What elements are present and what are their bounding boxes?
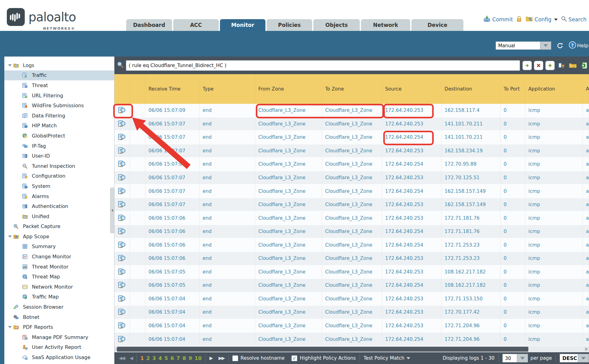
sidebar-item-user-activity-report[interactable]: User Activity Report: [4, 342, 114, 353]
cell-type[interactable]: end: [200, 131, 255, 144]
cell-receive-time[interactable]: 06/06 15:07:04: [145, 332, 200, 346]
cell-action[interactable]: a: [583, 144, 589, 158]
clear-filter-button[interactable]: [534, 61, 543, 70]
cell-type[interactable]: end: [200, 252, 255, 265]
cell-type[interactable]: end: [200, 265, 255, 279]
save-filter-icon[interactable]: [557, 61, 566, 70]
next-page-button[interactable]: [209, 355, 213, 361]
cell-from-zone[interactable]: Cloudflare_L3_Zone: [255, 104, 322, 117]
cell-action[interactable]: a: [583, 306, 589, 319]
cell-type[interactable]: end: [200, 171, 255, 184]
cell-from-zone[interactable]: Cloudflare_L3_Zone: [255, 211, 322, 225]
cell-destination[interactable]: 162.158.157.149: [441, 184, 501, 198]
cell-destination[interactable]: 108.162.217.182: [441, 279, 501, 292]
cell-application[interactable]: icmp: [525, 225, 583, 238]
column-header-to-port[interactable]: To Port: [501, 74, 525, 104]
cell-destination[interactable]: 172.71.153.150: [441, 292, 501, 306]
cell-action[interactable]: a: [583, 117, 589, 131]
tab-network[interactable]: Network: [361, 19, 410, 31]
cell-from-zone[interactable]: Cloudflare_L3_Zone: [255, 117, 322, 131]
tab-monitor[interactable]: Monitor: [220, 19, 265, 31]
cell-type[interactable]: end: [200, 279, 255, 292]
tab-dashboard[interactable]: Dashboard: [126, 19, 172, 31]
cell-from-zone[interactable]: Cloudflare_L3_Zone: [255, 319, 322, 332]
cell-receive-time[interactable]: 06/06 15:07:04: [145, 319, 200, 332]
cell-application[interactable]: icmp: [525, 332, 583, 346]
cell-type[interactable]: end: [200, 117, 255, 131]
cell-to-port[interactable]: 0: [501, 265, 525, 279]
cell-to-port[interactable]: 0: [501, 117, 525, 131]
cell-from-zone[interactable]: Cloudflare_L3_Zone: [255, 279, 322, 292]
cell-source[interactable]: 172.64.240.254: [382, 158, 441, 171]
cell-type[interactable]: end: [200, 332, 255, 346]
cell-type[interactable]: end: [200, 306, 255, 319]
cell-from-zone[interactable]: Cloudflare_L3_Zone: [255, 265, 322, 279]
cell-application[interactable]: icmp: [525, 252, 583, 265]
cell-to-port[interactable]: 0: [501, 238, 525, 252]
cell-to-zone[interactable]: Cloudflare_L3_Zone: [322, 332, 382, 346]
page-number-3[interactable]: 3: [153, 355, 156, 361]
add-filter-button[interactable]: [545, 61, 555, 70]
cell-action[interactable]: a: [583, 332, 589, 346]
cell-to-zone[interactable]: Cloudflare_L3_Zone: [322, 104, 382, 117]
log-detail-icon[interactable]: [114, 211, 130, 225]
cell-to-port[interactable]: 0: [501, 171, 525, 184]
prev-page-button[interactable]: [130, 355, 133, 361]
cell-destination[interactable]: 141.101.70.211: [441, 131, 501, 144]
cell-receive-time[interactable]: 06/06 15:07:07: [145, 198, 200, 211]
cell-destination[interactable]: 172.71.253.23: [441, 252, 501, 265]
cell-to-port[interactable]: 0: [501, 225, 525, 238]
cell-source[interactable]: 172.64.240.253: [382, 117, 441, 131]
sidebar-item-packet-capture[interactable]: Packet Capture: [4, 222, 114, 232]
load-filter-icon[interactable]: [568, 61, 578, 70]
cell-action[interactable]: a: [583, 158, 589, 171]
expander-triangle-icon[interactable]: [8, 235, 13, 238]
cell-receive-time[interactable]: 06/06 15:07:07: [145, 144, 200, 158]
cell-to-port[interactable]: 0: [501, 279, 525, 292]
cell-destination[interactable]: 172.70.95.88: [441, 158, 501, 171]
cell-type[interactable]: end: [200, 292, 255, 306]
log-detail-icon[interactable]: [114, 131, 130, 144]
cell-type[interactable]: end: [200, 238, 255, 252]
cell-application[interactable]: icmp: [525, 292, 583, 306]
cell-type[interactable]: end: [200, 158, 255, 171]
cell-destination[interactable]: 108.162.217.182: [441, 265, 501, 279]
cell-to-port[interactable]: 0: [501, 198, 525, 211]
cell-destination[interactable]: 141.101.70.211: [441, 117, 501, 131]
cell-application[interactable]: icmp: [525, 117, 583, 131]
sidebar-item-logs[interactable]: Logs: [4, 60, 114, 70]
cell-application[interactable]: icmp: [525, 171, 583, 184]
cell-to-port[interactable]: 0: [501, 306, 525, 319]
cell-receive-time[interactable]: 06/06 15:07:05: [145, 279, 200, 292]
cell-receive-time[interactable]: 06/06 15:07:07: [145, 131, 200, 144]
per-page-dropdown-button[interactable]: [517, 354, 528, 362]
cell-destination[interactable]: 172.71.181.76: [441, 225, 501, 238]
cell-source[interactable]: 172.64.240.253: [382, 319, 441, 332]
column-header-to-zone[interactable]: To Zone: [322, 74, 382, 104]
cell-destination[interactable]: 162.158.117.4: [441, 104, 501, 117]
expander-triangle-icon[interactable]: [8, 326, 13, 328]
cell-application[interactable]: icmp: [525, 158, 583, 171]
sidebar-item-ip-tag[interactable]: IP-Tag: [4, 141, 114, 151]
cell-from-zone[interactable]: Cloudflare_L3_Zone: [255, 238, 322, 252]
refresh-interval-select[interactable]: Manual: [496, 41, 540, 50]
cell-source[interactable]: 172.64.240.254: [382, 332, 441, 346]
cell-to-port[interactable]: 0: [501, 211, 525, 225]
cell-source[interactable]: 172.64.240.253: [382, 211, 441, 225]
cell-from-zone[interactable]: Cloudflare_L3_Zone: [255, 171, 322, 184]
cell-from-zone[interactable]: Cloudflare_L3_Zone: [255, 198, 322, 211]
cell-application[interactable]: icmp: [525, 144, 583, 158]
cell-destination[interactable]: 172.70.125.51: [441, 171, 501, 184]
cell-to-zone[interactable]: Cloudflare_L3_Zone: [322, 225, 382, 238]
cell-to-zone[interactable]: Cloudflare_L3_Zone: [322, 117, 382, 131]
cell-source[interactable]: 172.64.240.253: [382, 144, 441, 158]
apply-filter-button[interactable]: [522, 61, 532, 70]
cell-application[interactable]: icmp: [525, 306, 583, 319]
cell-source[interactable]: 172.64.240.254: [382, 225, 441, 238]
sidebar-item-authentication[interactable]: Authentication: [4, 201, 114, 211]
refresh-icon[interactable]: [556, 41, 565, 50]
cell-to-zone[interactable]: Cloudflare_L3_Zone: [322, 252, 382, 265]
log-detail-icon[interactable]: [114, 225, 130, 238]
cell-source[interactable]: 172.64.240.253: [382, 171, 441, 184]
cell-destination[interactable]: 172.71.253.23: [441, 238, 501, 252]
